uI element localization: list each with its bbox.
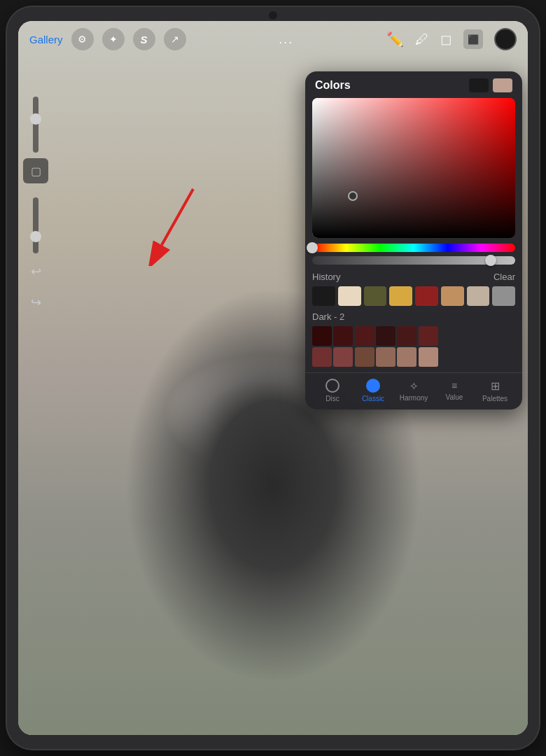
hue-slider-container [312, 244, 515, 252]
tab-palettes[interactable]: ⊞ Palettes [477, 379, 512, 402]
opacity-slider[interactable] [312, 256, 515, 265]
history-swatch-3[interactable] [389, 286, 412, 306]
tab-classic[interactable]: Classic [356, 379, 391, 402]
history-swatch-0[interactable] [312, 286, 335, 306]
panel-header: Colors [305, 71, 522, 98]
harmony-icon: ⟡ [410, 379, 418, 392]
palette-swatch-8[interactable] [355, 347, 374, 367]
palette-swatch-2[interactable] [355, 326, 374, 346]
s-button[interactable]: S [133, 28, 155, 50]
tab-classic-label: Classic [362, 395, 384, 402]
shape-tool[interactable]: ▢ [23, 158, 48, 183]
toolbar-left: Gallery ⚙ ✦ S ↗ [29, 28, 186, 50]
classic-icon [366, 379, 380, 393]
eraser-tool[interactable]: ◻ [440, 31, 452, 48]
tab-harmony[interactable]: ⟡ Harmony [396, 379, 431, 402]
history-swatch-5[interactable] [441, 286, 464, 306]
arrow-button[interactable]: ↗ [164, 28, 186, 50]
history-swatch-1[interactable] [338, 286, 361, 306]
palette-swatch-10[interactable] [397, 347, 416, 367]
palette-swatch-5[interactable] [419, 326, 438, 346]
camera [269, 11, 277, 20]
palette-section: Dark - 2 [305, 309, 522, 372]
toolbar-right: ✏️ 🖊 ◻ ⬛ [386, 28, 517, 50]
value-icon: ≡ [451, 380, 457, 391]
palette-swatch-9[interactable] [376, 347, 396, 367]
history-swatch-4[interactable] [415, 286, 438, 306]
history-swatch-2[interactable] [364, 286, 387, 306]
palettes-icon: ⊞ [491, 379, 500, 393]
palette-swatch-6[interactable] [312, 347, 332, 367]
picker-cursor[interactable] [348, 191, 358, 201]
opacity-thumb[interactable] [30, 231, 41, 242]
colors-panel: Colors [305, 71, 522, 410]
opacity-thumb[interactable] [485, 255, 496, 266]
brush-size-thumb[interactable] [30, 113, 41, 125]
tab-harmony-label: Harmony [400, 394, 428, 402]
disc-icon [326, 379, 340, 393]
top-toolbar: Gallery ⚙ ✦ S ↗ ... ✏️ 🖊 ◻ ⬛ [18, 21, 528, 57]
magic-button[interactable]: ✦ [102, 28, 125, 50]
tab-value-label: Value [446, 393, 463, 401]
palette-swatch-7[interactable] [333, 347, 353, 367]
clear-button[interactable]: Clear [493, 272, 515, 282]
palette-swatch-11[interactable] [419, 347, 438, 367]
tab-palettes-label: Palettes [482, 395, 507, 402]
ipad-frame: Gallery ⚙ ✦ S ↗ ... ✏️ 🖊 ◻ ⬛ ▢ [7, 7, 539, 749]
palette-swatch-1[interactable] [333, 326, 353, 346]
palette-grid [312, 326, 438, 367]
palette-name: Dark - 2 [312, 312, 515, 322]
brush-size-slider[interactable] [33, 97, 38, 153]
hue-slider[interactable] [312, 244, 515, 252]
opacity-slider-container [312, 256, 515, 265]
pen-tool[interactable]: 🖊 [415, 31, 429, 48]
layers-button[interactable]: ⬛ [463, 29, 483, 49]
tab-disc-label: Disc [326, 395, 339, 402]
undo-button[interactable]: ↩ [23, 259, 48, 284]
wrench-button[interactable]: ⚙ [71, 28, 94, 50]
foreground-swatch[interactable] [469, 78, 489, 92]
toolbar-center: ... [186, 32, 386, 47]
history-label: History [312, 272, 340, 282]
hue-thumb[interactable] [307, 242, 318, 253]
history-swatch-6[interactable] [467, 286, 490, 306]
palette-swatch-0[interactable] [312, 326, 332, 346]
color-picker-area[interactable] [312, 98, 515, 238]
tab-bar: Disc Classic ⟡ Harmony ≡ Value [305, 372, 522, 410]
history-swatch-7[interactable] [492, 286, 515, 306]
history-header: History Clear [312, 272, 515, 282]
background-swatch[interactable] [493, 78, 512, 92]
left-sidebar: ▢ ↩ ↪ [18, 91, 53, 321]
opacity-slider[interactable] [33, 197, 38, 253]
panel-swatches [469, 78, 512, 92]
tab-disc[interactable]: Disc [315, 379, 350, 402]
panel-title: Colors [315, 79, 351, 92]
color-swatch-main[interactable] [494, 28, 517, 50]
history-section: History Clear [305, 267, 522, 309]
screen: Gallery ⚙ ✦ S ↗ ... ✏️ 🖊 ◻ ⬛ ▢ [18, 21, 528, 735]
palette-swatch-3[interactable] [376, 326, 396, 346]
gallery-button[interactable]: Gallery [29, 34, 63, 46]
redo-button[interactable]: ↪ [23, 290, 48, 315]
history-colors [312, 286, 515, 306]
more-button[interactable]: ... [279, 32, 293, 47]
pencil-tool[interactable]: ✏️ [386, 31, 404, 48]
tab-value[interactable]: ≡ Value [437, 380, 472, 401]
palette-swatch-4[interactable] [397, 326, 416, 346]
